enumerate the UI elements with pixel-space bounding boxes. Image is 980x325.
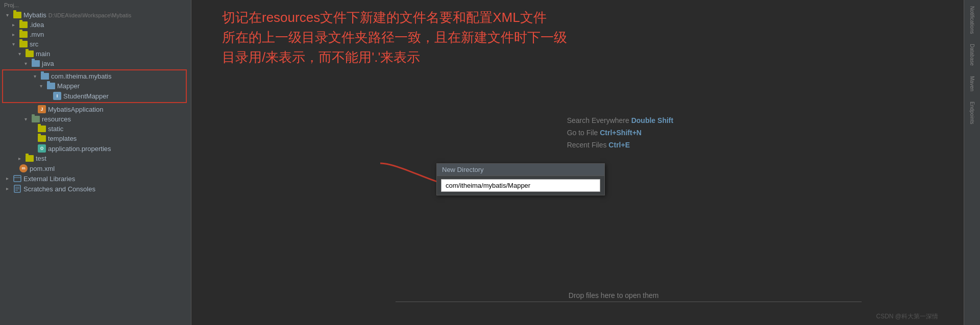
maven-panel[interactable]: Maven (968, 72, 976, 95)
scratches-icon (13, 185, 21, 193)
database-panel[interactable]: Database (968, 40, 976, 70)
com-itheima-label: com.itheima.mybatis (51, 72, 111, 80)
shortcut-search: Search Everywhere Double Shift (567, 116, 674, 124)
java-arrow (24, 61, 31, 67)
mapper-folder-icon (47, 83, 55, 89)
sidebar-header: Proj... (0, 0, 191, 10)
mvn-folder-icon (19, 31, 28, 38)
src-folder-icon (19, 41, 28, 47)
mvn-item[interactable]: .mvn (0, 30, 191, 39)
idea-item[interactable]: .idea (0, 20, 191, 30)
idea-folder-icon (19, 21, 28, 28)
shortcut-recent: Recent Files Ctrl+E (567, 141, 674, 149)
sidebar-title: Proj... (4, 2, 19, 8)
shortcut-goto: Go to File Ctrl+Shift+N (567, 129, 674, 137)
new-dir-title: New Directory (437, 164, 604, 176)
mybatis-app-label: MybatisApplication (48, 106, 103, 113)
app-props-icon: ⚙ (38, 144, 46, 153)
annotation-text: 切记在resources文件下新建的文件名要和配置XML文件 所在的上一级目录文… (222, 8, 567, 67)
main-folder-icon (26, 51, 34, 57)
annotation-line2: 所在的上一级目录文件夹路径一致，且在新建文件时下一级 (222, 28, 567, 47)
ext-libs-label: External Libraries (23, 175, 75, 183)
resources-folder-icon (32, 116, 40, 122)
main-arrow (18, 51, 24, 57)
src-arrow (12, 41, 18, 47)
scratches-arrow (6, 186, 12, 192)
ext-libs-arrow (6, 176, 12, 182)
new-dir-input[interactable] (441, 179, 600, 192)
search-label: Search Everywhere (567, 116, 631, 124)
goto-label: Go to File (567, 129, 600, 137)
mybatis-app-icon: J (38, 105, 46, 113)
annotation-line1: 切记在resources文件下新建的文件名要和配置XML文件 (222, 8, 567, 28)
scratches-item[interactable]: Scratches and Consoles (0, 184, 191, 194)
static-item[interactable]: static (0, 124, 191, 134)
main-item[interactable]: main (0, 49, 191, 59)
tree-root[interactable]: Mybatis D:\IDEA\idea\Workspace\Mybatis (0, 10, 191, 20)
pom-label: pom.xml (30, 165, 55, 172)
root-path: D:\IDEA\idea\Workspace\Mybatis (48, 12, 131, 18)
highlight-box: com.itheima.mybatis Mapper I StudentMapp… (2, 69, 187, 103)
shortcut-hints: Search Everywhere Double Shift Go to Fil… (567, 112, 674, 153)
java-item[interactable]: java (0, 59, 191, 68)
com-itheima-arrow (34, 73, 40, 80)
templates-folder-icon (38, 135, 46, 142)
main-content: 切记在resources文件下新建的文件名要和配置XML文件 所在的上一级目录文… (191, 0, 964, 325)
mapper-label: Mapper (57, 82, 80, 90)
src-item[interactable]: src (0, 39, 191, 49)
notifications-panel[interactable]: Notifications (968, 2, 976, 38)
mybatis-app-item[interactable]: J MybatisApplication (0, 104, 191, 114)
resources-item[interactable]: resources (0, 114, 191, 124)
svg-rect-0 (14, 176, 21, 182)
student-mapper-item[interactable]: I StudentMapper (3, 91, 186, 101)
root-arrow (6, 12, 12, 18)
recent-key: Ctrl+E (608, 141, 630, 149)
idea-arrow (12, 22, 18, 28)
static-label: static (48, 125, 63, 133)
idea-label: .idea (30, 21, 44, 29)
java-folder-icon (32, 60, 40, 67)
root-label: Mybatis (23, 11, 46, 19)
src-label: src (30, 40, 38, 48)
mapper-item[interactable]: Mapper (3, 81, 186, 91)
templates-arrow (31, 136, 37, 142)
recent-label: Recent Files (567, 141, 609, 149)
annotation-line3: 目录用/来表示，而不能用'.'来表示 (222, 47, 567, 67)
mvn-arrow (12, 32, 18, 38)
new-directory-popup[interactable]: New Directory (436, 163, 605, 195)
pom-arrow (12, 165, 18, 171)
student-mapper-arrow (46, 93, 52, 99)
static-folder-icon (38, 126, 46, 132)
mvn-label: .mvn (30, 31, 44, 38)
pom-icon: m (19, 164, 28, 172)
mybatis-app-arrow (31, 106, 37, 112)
drop-files-label: Drop files here to open them (569, 291, 659, 299)
right-sidebar: Notifications Database Maven Endpoints (964, 0, 980, 325)
ext-libs-item[interactable]: External Libraries (0, 173, 191, 184)
watermark: CSDN @科大第一深情 (876, 312, 938, 321)
app-props-label: application.properties (48, 145, 111, 153)
project-sidebar[interactable]: Proj... Mybatis D:\IDEA\idea\Workspace\M… (0, 0, 191, 325)
test-arrow (18, 156, 24, 162)
templates-item[interactable]: templates (0, 134, 191, 143)
student-mapper-icon: I (53, 92, 61, 100)
resources-arrow (24, 116, 31, 122)
mapper-arrow (40, 83, 46, 89)
static-arrow (31, 126, 37, 132)
goto-key: Ctrl+Shift+N (600, 129, 642, 137)
student-mapper-label: StudentMapper (63, 92, 109, 100)
pom-item[interactable]: m pom.xml (0, 163, 191, 173)
search-key: Double Shift (631, 116, 673, 124)
test-folder-icon (26, 155, 34, 162)
resources-label: resources (42, 115, 71, 123)
app-props-item[interactable]: ⚙ application.properties (0, 143, 191, 154)
app-props-arrow (31, 145, 37, 152)
com-itheima-item[interactable]: com.itheima.mybatis (3, 71, 186, 81)
test-item[interactable]: test (0, 154, 191, 163)
endpoints-panel[interactable]: Endpoints (968, 97, 976, 128)
com-itheima-icon (41, 73, 49, 80)
root-folder-icon (13, 12, 21, 18)
templates-label: templates (48, 135, 77, 142)
java-label: java (42, 60, 54, 67)
scratches-label: Scratches and Consoles (23, 185, 95, 193)
